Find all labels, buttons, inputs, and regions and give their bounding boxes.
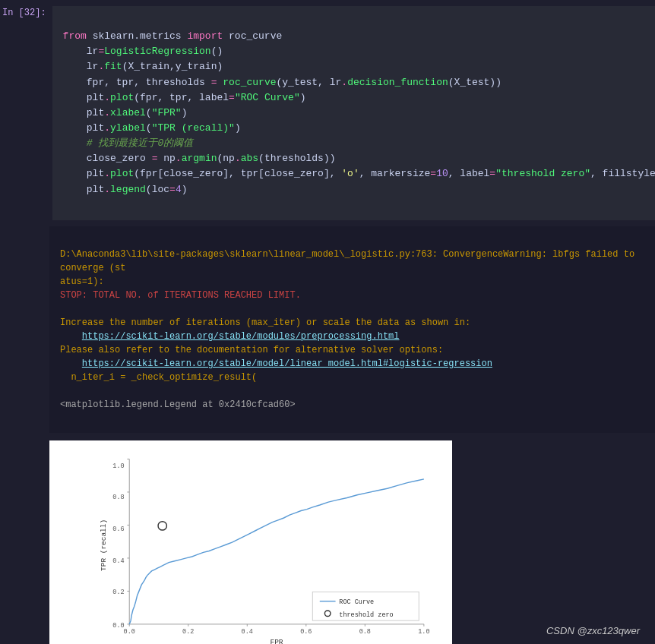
svg-text:FPR: FPR xyxy=(271,638,283,644)
watermark: CSDN @zxc123qwer xyxy=(546,625,640,636)
roc-chart: 0.0 0.2 0.4 0.6 0.8 1.0 0.0 0.2 0.4 xyxy=(87,452,441,644)
svg-text:0.2: 0.2 xyxy=(112,589,124,596)
svg-text:0.6: 0.6 xyxy=(300,628,312,636)
notebook-cell: In [32]: from sklearn.metrics import roc… xyxy=(0,0,655,644)
svg-text:0.4: 0.4 xyxy=(112,557,124,564)
svg-text:0.8: 0.8 xyxy=(112,494,124,501)
cell-output: D:\Anaconda3\lib\site-packages\sklearn\l… xyxy=(0,226,655,433)
svg-text:1.0: 1.0 xyxy=(112,462,124,470)
cell-label: In [32]: xyxy=(2,6,52,220)
chart-container: 0.0 0.2 0.4 0.6 0.8 1.0 0.0 0.2 0.4 xyxy=(0,433,655,644)
svg-text:TPR (recall): TPR (recall) xyxy=(100,519,108,571)
chart-area: 0.0 0.2 0.4 0.6 0.8 1.0 0.0 0.2 0.4 xyxy=(49,440,452,644)
svg-text:0.4: 0.4 xyxy=(242,628,253,636)
cell-input: In [32]: from sklearn.metrics import roc… xyxy=(0,0,655,226)
svg-text:0.8: 0.8 xyxy=(359,628,371,636)
code-block[interactable]: from sklearn.metrics import roc_curve lr… xyxy=(52,6,655,220)
svg-text:0.0: 0.0 xyxy=(124,628,135,636)
svg-text:0.6: 0.6 xyxy=(112,526,124,533)
svg-text:0.2: 0.2 xyxy=(182,628,194,636)
cell-output-label xyxy=(0,226,49,433)
svg-text:1.0: 1.0 xyxy=(418,628,429,636)
svg-text:0.0: 0.0 xyxy=(112,622,124,630)
svg-text:ROC Curve: ROC Curve xyxy=(339,598,374,606)
svg-text:threshold zero: threshold zero xyxy=(339,611,393,618)
output-block: D:\Anaconda3\lib\site-packages\sklearn\l… xyxy=(49,226,655,433)
